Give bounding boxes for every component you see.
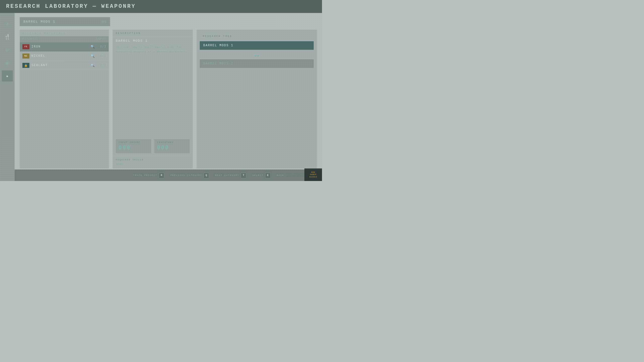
keybind-select: SELECT E: [252, 173, 270, 178]
select-label: SELECT: [252, 174, 263, 177]
desc-title: BARREL MODS 1: [116, 39, 190, 43]
hold-to-exit-label: HOLD TO EXIT: [286, 174, 306, 177]
material-row-nickel[interactable]: NI NICKEL 🔍 0/3: [20, 52, 109, 61]
tree-item-barrel-mods-2[interactable]: BARREL MODS 2: [200, 59, 314, 68]
content-row: RESEARCH MATERIALS MATERIAL INPUT FE IRO…: [20, 30, 317, 168]
search-nickel-button[interactable]: 🔍: [90, 53, 95, 59]
key-t: T: [241, 173, 246, 178]
keybind-next-category: NEXT CATEGORY T: [215, 173, 246, 178]
tree-arrow-icon: ⌄⌄: [200, 52, 314, 57]
keybind-track-project: TRACK PROJECT R: [133, 173, 164, 178]
keybind-prev-category: PREVIOUS CATEGORY Q: [170, 173, 209, 178]
track-project-label: TRACK PROJECT: [133, 174, 157, 177]
badge-ni: NI: [22, 54, 29, 59]
tree-item-barrel-mods-1[interactable]: BARREL MODS 1: [200, 41, 314, 50]
inventory-value: 000: [157, 145, 187, 151]
materials-table: MATERIAL INPUT FE IRON 🔍 0/3 NI NICKEL 🔍…: [20, 36, 109, 70]
desc-section-label: DESCRIPTION: [113, 30, 193, 36]
progress-bar: BARREL MODS 1 0%: [20, 17, 110, 26]
description-panel: DESCRIPTION BARREL MODS 1 Discover how t…: [112, 30, 193, 168]
tree-panel-label: RESEARCH TREE: [200, 33, 314, 39]
material-row-iron[interactable]: FE IRON 🔍 0/3: [20, 42, 109, 52]
col-input-header: INPUT: [96, 38, 106, 40]
sidebar-food[interactable]: 🍴: [2, 31, 13, 42]
material-name-sealant: SEALANT: [31, 64, 90, 67]
next-category-label: NEXT CATEGORY: [215, 174, 239, 177]
material-count-iron: 0/3: [97, 45, 106, 49]
key-q: Q: [204, 173, 209, 178]
badge-sealant: 🔒: [22, 63, 29, 68]
col-material-header: MATERIAL: [22, 38, 96, 40]
search-sealant-button[interactable]: 🔍: [90, 63, 95, 68]
bottom-bar: TRACK PROJECT R PREVIOUS CATEGORY Q NEXT…: [15, 169, 322, 181]
progress-label: BARREL MODS 1: [23, 20, 102, 24]
watermark-text: ⊞⊞⊞GAMERGUIDES: [309, 171, 317, 178]
required-skills-section: REQUIRED SKILLS NONE: [113, 156, 193, 168]
material-name-iron: IRON: [31, 45, 90, 49]
material-row-sealant[interactable]: 🔒 SEALANT 🔍 0/2: [20, 61, 109, 70]
required-skills-value: NONE: [116, 163, 190, 166]
stats-row: INPUT AMOUNT 000 INVENTORY 000: [113, 136, 193, 156]
required-skills-label: REQUIRED SKILLS: [116, 159, 190, 161]
table-header: MATERIAL INPUT: [20, 36, 109, 42]
materials-panel-title: RESEARCH MATERIALS: [20, 30, 109, 36]
material-count-nickel: 0/3: [97, 54, 106, 58]
research-tree-panel: RESEARCH TREE BARREL MODS 1 ⌄⌄ BARREL MO…: [196, 30, 317, 168]
badge-fe: FE: [22, 44, 29, 49]
input-amount-box: INPUT AMOUNT 000: [116, 139, 151, 153]
sidebar: ⚗ 🍴 ⊞ ◉ ✦: [0, 13, 15, 181]
page-title: RESEARCH LABORATORY — WEAPONRY: [6, 3, 136, 10]
prev-category-label: PREVIOUS CATEGORY: [170, 174, 202, 177]
sidebar-flask[interactable]: ⚗: [2, 18, 13, 29]
sidebar-planet[interactable]: ◉: [2, 57, 13, 68]
desc-text: Discover how to build Barrel mods for su…: [116, 45, 190, 54]
progress-percent: 0%: [102, 20, 106, 24]
back-label: BACK: [277, 174, 284, 177]
sidebar-weapons[interactable]: ✦: [2, 70, 13, 81]
main-content: BARREL MODS 1 0% RESEARCH MATERIALS MATE…: [15, 13, 322, 181]
desc-content: BARREL MODS 1 Discover how to build Barr…: [113, 36, 193, 136]
material-name-nickel: NICKEL: [31, 54, 90, 58]
materials-panel: RESEARCH MATERIALS MATERIAL INPUT FE IRO…: [20, 30, 109, 168]
key-r: R: [159, 173, 164, 178]
inventory-box: INVENTORY 000: [154, 139, 190, 153]
material-count-sealant: 0/2: [97, 64, 106, 67]
search-iron-button[interactable]: 🔍: [90, 44, 95, 50]
inventory-label: INVENTORY: [157, 141, 187, 144]
header-bar: RESEARCH LABORATORY — WEAPONRY: [0, 0, 322, 13]
watermark: ⊞⊞⊞GAMERGUIDES: [304, 168, 322, 181]
sidebar-modules[interactable]: ⊞: [2, 44, 13, 55]
input-amount-value: 000: [118, 145, 148, 151]
key-e: E: [265, 173, 271, 178]
input-amount-label: INPUT AMOUNT: [118, 141, 148, 144]
